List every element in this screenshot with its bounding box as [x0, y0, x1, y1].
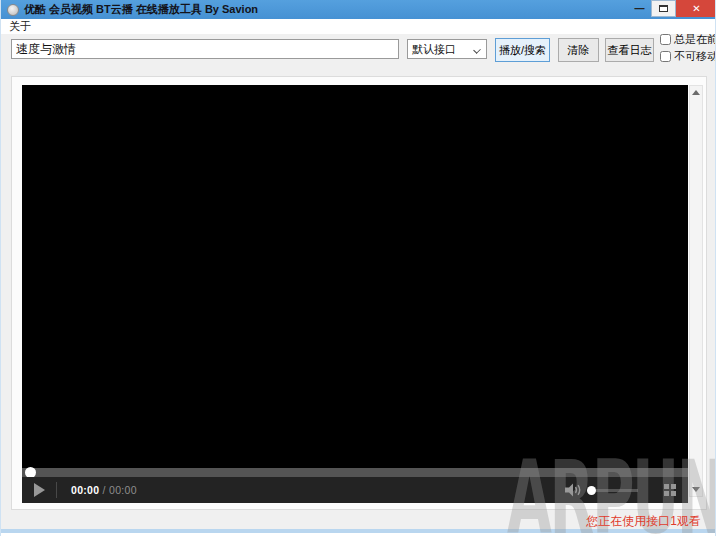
vertical-scrollbar[interactable]: [689, 85, 703, 497]
always-on-top-checkbox[interactable]: [660, 34, 671, 45]
time-current: 00:00: [71, 484, 99, 496]
video-screen[interactable]: 00:00 / 00:00: [22, 85, 688, 503]
time-duration: 00:00: [109, 484, 137, 496]
chevron-down-icon: [473, 46, 481, 54]
control-divider: [56, 482, 57, 498]
always-on-top-label: 总是在前: [674, 32, 716, 47]
app-icon: [7, 4, 19, 16]
status-message: 您正在使用接口1观看: [586, 513, 701, 530]
title-bar[interactable]: 优酷 会员视频 BT云播 在线播放工具 By Savion — ✕: [1, 0, 716, 19]
interface-select-value: 默认接口: [412, 42, 456, 57]
window-controls: — ✕: [628, 0, 716, 17]
app-window: 优酷 会员视频 BT云播 在线播放工具 By Savion — ✕ 关于 默认接…: [0, 0, 716, 536]
volume-handle[interactable]: [587, 486, 596, 495]
volume-slider[interactable]: [588, 489, 638, 492]
close-icon: ✕: [692, 3, 700, 14]
not-movable-checkbox[interactable]: [660, 51, 671, 62]
menu-bar: 关于: [1, 19, 716, 34]
scroll-up-icon: [692, 90, 700, 95]
menu-item-about[interactable]: 关于: [3, 19, 37, 34]
video-panel: 00:00 / 00:00: [11, 76, 707, 510]
scroll-up-button[interactable]: [690, 86, 702, 99]
player-control-bar: 00:00 / 00:00: [22, 477, 688, 503]
fullscreen-icon: [664, 484, 669, 489]
checkbox-row-always-on-top: 总是在前: [660, 33, 716, 46]
time-display: 00:00 / 00:00: [71, 484, 137, 496]
seek-bar[interactable]: [22, 468, 688, 477]
interface-select[interactable]: 默认接口: [407, 39, 487, 59]
checkbox-row-not-movable: 不可移动: [660, 50, 716, 63]
close-button[interactable]: ✕: [676, 0, 716, 17]
maximize-button[interactable]: [651, 0, 676, 17]
scroll-down-icon: [692, 487, 700, 492]
minimize-button[interactable]: —: [628, 0, 651, 17]
search-input[interactable]: [11, 39, 399, 59]
control-bar-right: [565, 477, 676, 503]
time-separator: /: [103, 484, 106, 496]
volume-icon[interactable]: [565, 483, 582, 497]
minimize-icon: —: [635, 3, 645, 14]
view-log-button[interactable]: 查看日志: [605, 38, 654, 62]
clear-button[interactable]: 清除: [558, 38, 599, 62]
play-search-button[interactable]: 播放/搜索: [495, 38, 550, 62]
scroll-down-button[interactable]: [690, 483, 702, 496]
maximize-icon: [659, 5, 668, 12]
play-icon: [34, 483, 45, 497]
window-title: 优酷 会员视频 BT云播 在线播放工具 By Savion: [24, 2, 258, 17]
not-movable-label: 不可移动: [674, 49, 716, 64]
play-button[interactable]: [22, 477, 56, 503]
fullscreen-button[interactable]: [664, 484, 676, 496]
